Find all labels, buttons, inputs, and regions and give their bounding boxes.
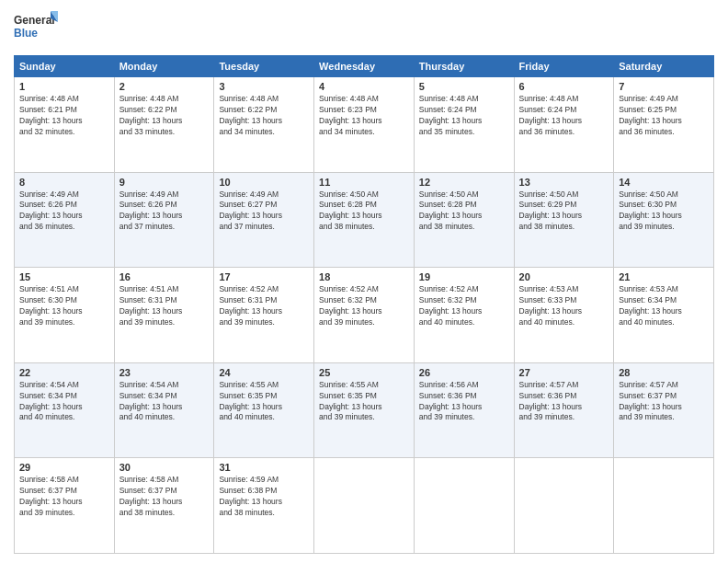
svg-text:Blue: Blue (14, 27, 38, 40)
logo-svg: General Blue (14, 9, 60, 48)
day-info: Sunrise: 4:57 AM Sunset: 6:36 PM Dayligh… (519, 380, 609, 424)
calendar-cell: 19Sunrise: 4:52 AM Sunset: 6:32 PM Dayli… (414, 268, 514, 363)
day-info: Sunrise: 4:50 AM Sunset: 6:30 PM Dayligh… (619, 190, 709, 234)
calendar-cell (514, 458, 614, 554)
calendar-cell: 18Sunrise: 4:52 AM Sunset: 6:32 PM Dayli… (314, 268, 415, 363)
calendar-cell: 3Sunrise: 4:48 AM Sunset: 6:22 PM Daylig… (214, 77, 314, 173)
day-info: Sunrise: 4:52 AM Sunset: 6:31 PM Dayligh… (219, 284, 309, 328)
day-info: Sunrise: 4:50 AM Sunset: 6:28 PM Dayligh… (319, 190, 409, 234)
day-info: Sunrise: 4:49 AM Sunset: 6:25 PM Dayligh… (619, 94, 709, 138)
day-number: 4 (319, 81, 409, 92)
calendar-cell: 16Sunrise: 4:51 AM Sunset: 6:31 PM Dayli… (114, 268, 214, 363)
calendar-cell: 10Sunrise: 4:49 AM Sunset: 6:27 PM Dayli… (214, 172, 314, 268)
day-number: 14 (619, 177, 709, 188)
calendar-cell: 12Sunrise: 4:50 AM Sunset: 6:28 PM Dayli… (414, 172, 514, 268)
day-info: Sunrise: 4:50 AM Sunset: 6:28 PM Dayligh… (419, 190, 509, 234)
day-number: 26 (419, 367, 509, 378)
calendar-cell: 22Sunrise: 4:54 AM Sunset: 6:34 PM Dayli… (15, 362, 115, 458)
day-number: 7 (619, 81, 709, 92)
day-header-wednesday: Wednesday (314, 56, 415, 77)
day-number: 13 (519, 177, 609, 188)
calendar-cell (414, 458, 514, 554)
day-header-friday: Friday (514, 56, 614, 77)
day-number: 11 (319, 177, 409, 188)
day-number: 10 (219, 177, 309, 188)
day-number: 17 (219, 271, 309, 282)
calendar-cell: 14Sunrise: 4:50 AM Sunset: 6:30 PM Dayli… (614, 172, 714, 268)
day-info: Sunrise: 4:58 AM Sunset: 6:37 PM Dayligh… (119, 475, 210, 519)
svg-text:General: General (14, 14, 55, 27)
day-info: Sunrise: 4:50 AM Sunset: 6:29 PM Dayligh… (519, 190, 609, 234)
day-number: 27 (519, 367, 609, 378)
day-info: Sunrise: 4:48 AM Sunset: 6:24 PM Dayligh… (419, 94, 509, 138)
day-info: Sunrise: 4:48 AM Sunset: 6:23 PM Dayligh… (319, 94, 409, 138)
page-header: General Blue (14, 9, 714, 48)
calendar-cell: 13Sunrise: 4:50 AM Sunset: 6:29 PM Dayli… (514, 172, 614, 268)
day-info: Sunrise: 4:59 AM Sunset: 6:38 PM Dayligh… (219, 475, 309, 519)
calendar-cell: 6Sunrise: 4:48 AM Sunset: 6:24 PM Daylig… (514, 77, 614, 173)
calendar-cell (614, 458, 714, 554)
day-number: 1 (19, 81, 109, 92)
day-info: Sunrise: 4:48 AM Sunset: 6:22 PM Dayligh… (119, 94, 210, 138)
day-info: Sunrise: 4:51 AM Sunset: 6:31 PM Dayligh… (119, 284, 210, 328)
calendar-cell: 30Sunrise: 4:58 AM Sunset: 6:37 PM Dayli… (114, 458, 214, 554)
day-info: Sunrise: 4:55 AM Sunset: 6:35 PM Dayligh… (219, 380, 309, 424)
day-info: Sunrise: 4:52 AM Sunset: 6:32 PM Dayligh… (419, 284, 509, 328)
calendar-cell: 24Sunrise: 4:55 AM Sunset: 6:35 PM Dayli… (214, 362, 314, 458)
day-number: 28 (619, 367, 709, 378)
day-number: 9 (119, 177, 210, 188)
calendar-cell: 27Sunrise: 4:57 AM Sunset: 6:36 PM Dayli… (514, 362, 614, 458)
calendar-cell: 23Sunrise: 4:54 AM Sunset: 6:34 PM Dayli… (114, 362, 214, 458)
calendar-week-2: 8Sunrise: 4:49 AM Sunset: 6:26 PM Daylig… (15, 172, 714, 268)
calendar-week-5: 29Sunrise: 4:58 AM Sunset: 6:37 PM Dayli… (15, 458, 714, 554)
day-info: Sunrise: 4:48 AM Sunset: 6:22 PM Dayligh… (219, 94, 309, 138)
day-number: 19 (419, 271, 509, 282)
calendar-week-3: 15Sunrise: 4:51 AM Sunset: 6:30 PM Dayli… (15, 268, 714, 363)
calendar-cell: 20Sunrise: 4:53 AM Sunset: 6:33 PM Dayli… (514, 268, 614, 363)
calendar-cell: 9Sunrise: 4:49 AM Sunset: 6:26 PM Daylig… (114, 172, 214, 268)
day-number: 3 (219, 81, 309, 92)
calendar-cell: 28Sunrise: 4:57 AM Sunset: 6:37 PM Dayli… (614, 362, 714, 458)
day-info: Sunrise: 4:56 AM Sunset: 6:36 PM Dayligh… (419, 380, 509, 424)
day-number: 22 (19, 367, 109, 378)
calendar-header: SundayMondayTuesdayWednesdayThursdayFrid… (15, 56, 714, 77)
day-number: 5 (419, 81, 509, 92)
day-number: 2 (119, 81, 210, 92)
calendar-week-1: 1Sunrise: 4:48 AM Sunset: 6:21 PM Daylig… (15, 77, 714, 173)
calendar-cell: 26Sunrise: 4:56 AM Sunset: 6:36 PM Dayli… (414, 362, 514, 458)
day-info: Sunrise: 4:57 AM Sunset: 6:37 PM Dayligh… (619, 380, 709, 424)
day-info: Sunrise: 4:51 AM Sunset: 6:30 PM Dayligh… (19, 284, 109, 328)
calendar-cell: 1Sunrise: 4:48 AM Sunset: 6:21 PM Daylig… (15, 77, 115, 173)
day-info: Sunrise: 4:52 AM Sunset: 6:32 PM Dayligh… (319, 284, 409, 328)
day-info: Sunrise: 4:54 AM Sunset: 6:34 PM Dayligh… (119, 380, 210, 424)
day-info: Sunrise: 4:48 AM Sunset: 6:21 PM Dayligh… (19, 94, 109, 138)
calendar-body: 1Sunrise: 4:48 AM Sunset: 6:21 PM Daylig… (15, 77, 714, 554)
day-number: 6 (519, 81, 609, 92)
day-number: 12 (419, 177, 509, 188)
calendar-cell: 7Sunrise: 4:49 AM Sunset: 6:25 PM Daylig… (614, 77, 714, 173)
day-number: 21 (619, 271, 709, 282)
day-info: Sunrise: 4:53 AM Sunset: 6:33 PM Dayligh… (519, 284, 609, 328)
day-number: 8 (19, 177, 109, 188)
calendar-cell: 15Sunrise: 4:51 AM Sunset: 6:30 PM Dayli… (15, 268, 115, 363)
day-number: 30 (119, 462, 210, 473)
day-info: Sunrise: 4:53 AM Sunset: 6:34 PM Dayligh… (619, 284, 709, 328)
day-number: 18 (319, 271, 409, 282)
calendar-week-4: 22Sunrise: 4:54 AM Sunset: 6:34 PM Dayli… (15, 362, 714, 458)
day-info: Sunrise: 4:58 AM Sunset: 6:37 PM Dayligh… (19, 475, 109, 519)
calendar-table: SundayMondayTuesdayWednesdayThursdayFrid… (14, 55, 714, 554)
calendar-cell: 25Sunrise: 4:55 AM Sunset: 6:35 PM Dayli… (314, 362, 415, 458)
day-header-thursday: Thursday (414, 56, 514, 77)
day-number: 20 (519, 271, 609, 282)
day-info: Sunrise: 4:55 AM Sunset: 6:35 PM Dayligh… (319, 380, 409, 424)
day-number: 24 (219, 367, 309, 378)
calendar-cell: 17Sunrise: 4:52 AM Sunset: 6:31 PM Dayli… (214, 268, 314, 363)
day-number: 16 (119, 271, 210, 282)
calendar-cell: 29Sunrise: 4:58 AM Sunset: 6:37 PM Dayli… (15, 458, 115, 554)
logo: General Blue (14, 9, 60, 48)
day-info: Sunrise: 4:49 AM Sunset: 6:26 PM Dayligh… (119, 190, 210, 234)
calendar-cell: 31Sunrise: 4:59 AM Sunset: 6:38 PM Dayli… (214, 458, 314, 554)
day-number: 31 (219, 462, 309, 473)
day-header-monday: Monday (114, 56, 214, 77)
calendar-cell: 21Sunrise: 4:53 AM Sunset: 6:34 PM Dayli… (614, 268, 714, 363)
